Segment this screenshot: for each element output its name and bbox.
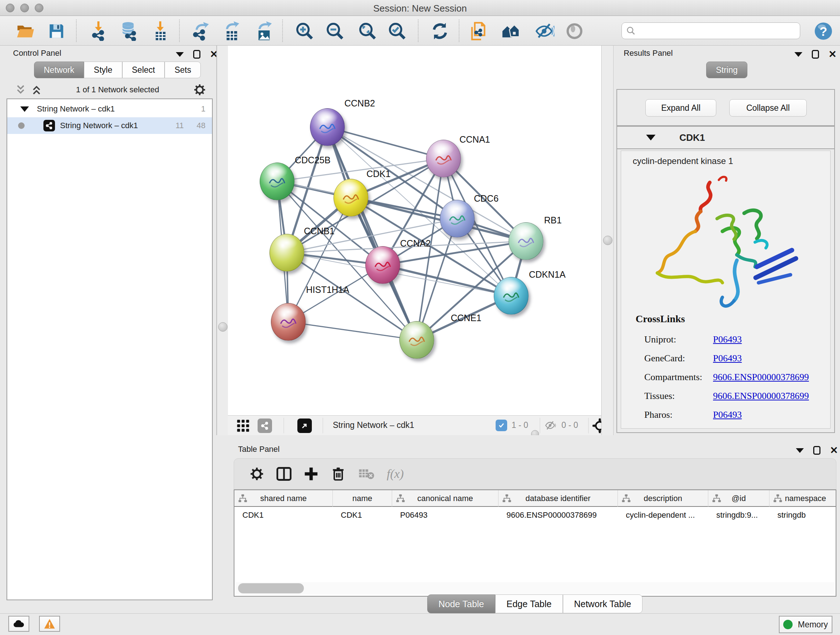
cloud-button[interactable] (8, 616, 29, 632)
control-tab-network[interactable]: Network (34, 62, 84, 78)
toolbar-search[interactable] (622, 22, 800, 39)
add-column-icon[interactable] (303, 466, 319, 481)
network-node-CDC6[interactable] (440, 200, 475, 238)
network-options-gear-icon[interactable] (193, 82, 207, 97)
show-all-networks-button[interactable] (501, 21, 521, 41)
delete-column-icon[interactable] (330, 466, 346, 482)
column-header--id[interactable]: @id (708, 490, 769, 507)
network-collection-row[interactable]: String Network – cdk1 1 (7, 101, 212, 117)
vertical-splitter-right[interactable] (601, 46, 614, 435)
toolbar-separator (282, 19, 283, 42)
panel-float-icon[interactable] (812, 50, 819, 59)
zoom-fit-button[interactable] (357, 21, 378, 41)
network-node-CDKN1A[interactable] (494, 277, 529, 315)
splitter-handle[interactable] (603, 236, 613, 245)
network-node-CCNB1[interactable] (270, 234, 304, 272)
zoom-out-button[interactable] (325, 21, 345, 41)
collapse-all-button[interactable]: Collapse All (729, 99, 807, 117)
table-options-gear-icon[interactable] (248, 466, 265, 482)
table-tab-edge-table[interactable]: Edge Table (495, 594, 563, 613)
network-node-RB1[interactable] (508, 222, 543, 260)
splitter-handle[interactable] (218, 322, 227, 332)
table-cell[interactable]: stringdb:9... (708, 507, 769, 524)
table-cell[interactable]: stringdb (769, 507, 836, 524)
panel-menu-icon[interactable] (176, 52, 184, 57)
column-header-name[interactable]: name (333, 490, 392, 507)
network-node-CDC25B[interactable] (260, 163, 294, 200)
collapse-all-chevron-icon[interactable] (14, 84, 27, 96)
crosslink-link[interactable]: P06493 (713, 334, 742, 345)
table-cell[interactable]: 9606.ENSP00000378699 (499, 507, 618, 524)
search-input[interactable] (636, 26, 791, 35)
column-header-description[interactable]: description (618, 490, 708, 507)
panel-float-icon[interactable] (193, 50, 201, 59)
table-tab-network-table[interactable]: Network Table (563, 594, 643, 613)
crosslink-link[interactable]: 9606.ENSP00000378699 (713, 391, 809, 402)
column-header-namespace[interactable]: namespace (769, 490, 836, 507)
warnings-button[interactable] (39, 616, 60, 632)
export-network-button[interactable] (191, 21, 211, 41)
scrollbar-thumb[interactable] (238, 583, 304, 593)
control-tab-style[interactable]: Style (84, 62, 122, 78)
birdseye-grid-icon[interactable] (237, 419, 249, 432)
network-node-CCNB2[interactable] (310, 108, 345, 146)
panel-menu-icon[interactable] (794, 52, 802, 57)
network-node-CCNA1[interactable] (426, 140, 461, 177)
expand-all-chevron-icon[interactable] (30, 84, 43, 96)
import-network-from-database-button[interactable] (118, 21, 139, 41)
help-button[interactable]: ? (813, 21, 834, 41)
select-columns-icon[interactable] (276, 466, 292, 482)
clone-network-button[interactable] (469, 21, 489, 41)
vertical-splitter-left[interactable] (216, 46, 228, 435)
main-toolbar: ? (0, 16, 840, 46)
crosslink-link[interactable]: 9606.ENSP00000378699 (713, 372, 809, 383)
panel-close-icon[interactable]: ✕ (829, 50, 837, 59)
collapse-section-icon[interactable] (646, 135, 655, 141)
expand-all-button[interactable]: Expand All (645, 99, 716, 117)
gene-section-header[interactable]: CDK1 (617, 127, 834, 149)
crosslink-link[interactable]: P06493 (713, 353, 742, 364)
zoom-in-button[interactable] (294, 21, 315, 41)
control-tab-select[interactable]: Select (122, 62, 165, 78)
table-cell[interactable]: P06493 (392, 507, 499, 524)
network-node-CDK1[interactable] (333, 179, 368, 217)
table-cell[interactable]: cyclin-dependent ... (618, 507, 708, 524)
column-header-canonical-name[interactable]: canonical name (392, 490, 499, 507)
export-table-button[interactable] (221, 21, 242, 41)
gene-section-box: CDK1 cyclin-dependent kinase 1 (616, 126, 835, 433)
table-cell[interactable]: CDK1 (333, 507, 392, 524)
export-image-button[interactable] (254, 21, 274, 41)
network-canvas[interactable]: CCNB2CCNA1CDC25BCDK1CDC6RB1CCNB1CCNA2CDK… (228, 46, 601, 415)
results-tab-string[interactable]: String (706, 62, 747, 78)
panel-close-icon[interactable]: ✕ (830, 446, 838, 455)
hide-panel-button[interactable] (535, 21, 555, 41)
refresh-view-button[interactable] (430, 21, 450, 41)
column-header-shared-name[interactable]: shared name (234, 490, 333, 507)
tree-expand-icon[interactable] (20, 106, 29, 112)
zoom-selected-button[interactable] (387, 21, 407, 41)
import-network-button[interactable] (88, 21, 109, 41)
network-row-selected[interactable]: String Network – cdk1 11 48 (7, 117, 212, 134)
memory-button[interactable]: Memory (779, 616, 832, 633)
table-cell[interactable]: CDK1 (234, 507, 333, 524)
string-view-icon[interactable] (257, 418, 272, 433)
open-folder-icon (16, 22, 35, 41)
selected-checkbox-icon[interactable] (496, 420, 507, 431)
panel-menu-icon[interactable] (796, 448, 804, 453)
save-session-button[interactable] (46, 21, 66, 41)
panel-float-icon[interactable] (813, 446, 821, 455)
table-horizontal-scrollbar[interactable] (235, 582, 835, 594)
control-tab-sets[interactable]: Sets (164, 62, 201, 78)
column-header-database-identifier[interactable]: database identifier (499, 490, 618, 507)
network-node-CCNA2[interactable] (365, 246, 400, 284)
network-node-CCNE1[interactable] (399, 321, 434, 359)
crosslink-link[interactable]: P06493 (713, 409, 742, 420)
node-label-CCNA2: CCNA2 (400, 238, 431, 249)
open-session-button[interactable] (15, 21, 35, 41)
network-node-HIST1H1A[interactable] (271, 303, 306, 340)
open-in-window-icon[interactable] (297, 418, 312, 433)
inactive-eye-button[interactable] (564, 21, 584, 41)
import-table-button[interactable] (150, 21, 170, 41)
table-tab-node-table[interactable]: Node Table (427, 594, 495, 613)
table-row[interactable]: CDK1CDK1P064939606.ENSP00000378699cyclin… (234, 507, 836, 524)
